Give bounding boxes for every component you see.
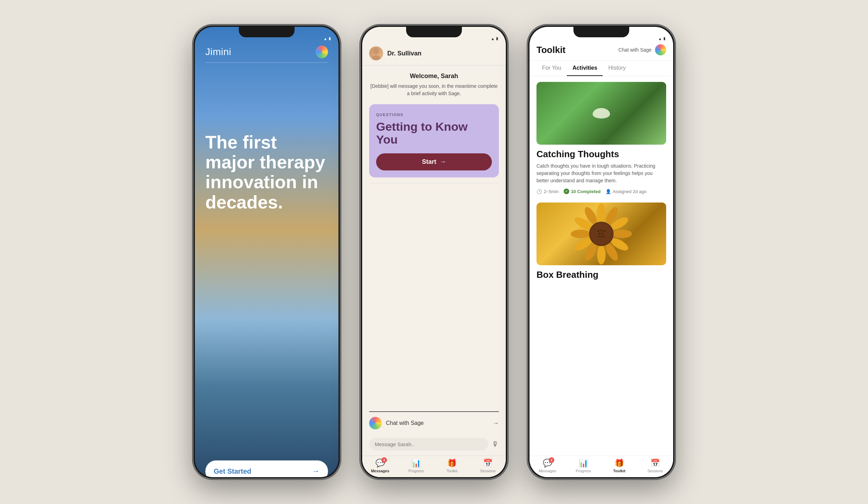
toolkit-icon: 🎁 <box>447 459 457 468</box>
toolkit-nav-label: Toolkit <box>447 469 457 473</box>
svg-point-22 <box>600 236 602 238</box>
catching-thoughts-desc: Catch thoughts you have in tough situati… <box>536 162 666 184</box>
progress-nav-label-3: Progress <box>576 469 591 473</box>
phone3-content: Toolkit Chat with Sage For You Activitie… <box>530 42 673 477</box>
doctor-avatar <box>369 46 383 60</box>
catching-thoughts-meta: 🕐 2–5min ✓ 10 Completed 👤 Assigned 2d ag… <box>536 189 666 194</box>
toolkit-nav-label-3: Toolkit <box>613 469 625 473</box>
messages-icon: 💬 2 <box>375 459 385 468</box>
svg-point-0 <box>373 48 379 54</box>
nav-sessions-3[interactable]: 📅 Sessions <box>637 459 673 473</box>
svg-point-1 <box>372 55 380 60</box>
phone3-tabs: For You Activities History <box>530 61 673 76</box>
time-meta: 🕐 2–5min <box>536 189 559 194</box>
chat-sage-header[interactable]: Chat with Sage <box>618 47 652 53</box>
phone2-divider <box>369 183 499 183</box>
sessions-nav-label: Sessions <box>480 469 496 473</box>
get-started-arrow: → <box>312 467 320 476</box>
phone-3-toolkit: ▲ ▮ Toolkit Chat with Sage For You Activ… <box>528 25 675 479</box>
progress-nav-label: Progress <box>408 469 424 473</box>
phone1-headline: The first major therapy innovation in de… <box>205 132 328 212</box>
messages-badge-3: 2 <box>549 457 554 463</box>
phone1-content: Jimini The first major therapy innovatio… <box>195 42 338 477</box>
activity-card-box-breathing[interactable]: Box Breathing <box>536 203 666 280</box>
nav-progress[interactable]: 📊 Progress <box>398 459 434 473</box>
assigned-meta: 👤 Assigned 2d ago <box>606 189 647 194</box>
nav-messages[interactable]: 💬 2 Messages <box>362 459 398 473</box>
bottom-nav-2: 💬 2 Messages 📊 Progress 🎁 Toolkit 📅 Sess… <box>362 456 506 477</box>
nav-toolkit[interactable]: 🎁 Toolkit <box>434 459 470 473</box>
box-breathing-name: Box Breathing <box>536 269 666 280</box>
get-started-button[interactable]: Get Started → <box>205 460 328 477</box>
svg-point-8 <box>597 245 606 265</box>
svg-point-21 <box>597 236 600 238</box>
phone1-divider <box>205 62 328 63</box>
clock-icon: 🕐 <box>536 189 542 194</box>
phone2-content: Dr. Sullivan Welcome, Sarah [Debbie] wil… <box>362 42 506 477</box>
chat-sage-row[interactable]: Chat with Sage → <box>362 412 506 434</box>
phone3-header-right: Chat with Sage <box>618 44 666 55</box>
doctor-name: Dr. Sullivan <box>387 50 421 57</box>
time-value: 2–5min <box>544 189 559 194</box>
toolkit-title: Toolkit <box>536 45 565 55</box>
sessions-nav-label-3: Sessions <box>647 469 663 473</box>
messages-badge: 2 <box>381 457 387 463</box>
toolkit-icon-3: 🎁 <box>615 459 624 468</box>
battery-icon-3: ▮ <box>663 36 665 41</box>
microphone-icon[interactable]: 🎙 <box>492 440 499 448</box>
catching-thoughts-image <box>536 82 666 145</box>
person-icon: 👤 <box>606 189 611 194</box>
sessions-icon: 📅 <box>483 459 493 468</box>
completed-dot: ✓ <box>564 189 569 194</box>
sage-avatar-3 <box>655 44 666 55</box>
welcome-title: Welcome, Sarah <box>369 72 499 80</box>
status-icons-2: ▲ ▮ <box>491 36 498 41</box>
tab-activities[interactable]: Activities <box>567 61 603 76</box>
start-button[interactable]: Start → <box>376 153 492 170</box>
svg-point-2 <box>597 203 606 223</box>
messages-icon-3: 💬 2 <box>543 459 552 468</box>
message-input[interactable] <box>369 438 488 451</box>
start-button-label: Start <box>422 158 436 166</box>
notch-3 <box>573 27 629 37</box>
get-started-label: Get Started <box>214 467 251 475</box>
phone2-body: Welcome, Sarah [Debbie] will message you… <box>362 66 506 244</box>
status-icons-3: ▲ ▮ <box>658 36 665 41</box>
nav-toolkit-3[interactable]: 🎁 Toolkit <box>601 459 637 473</box>
chat-sage-label: Chat with Sage <box>386 420 424 426</box>
phone-1-jimini: ▲ ▮ Jimini The first major therapy innov… <box>193 25 340 479</box>
avatar-gradient <box>315 46 328 58</box>
nav-messages-3[interactable]: 💬 2 Messages <box>530 459 565 473</box>
battery-icon: ▮ <box>329 36 331 41</box>
wifi-icon-2: ▲ <box>491 37 495 41</box>
questions-label: QUESTIONS <box>376 113 492 117</box>
tab-history[interactable]: History <box>603 61 631 76</box>
notch <box>239 27 295 37</box>
message-input-row: 🎙 <box>362 434 506 456</box>
jimini-logo: Jimini <box>205 46 231 58</box>
tab-for-you[interactable]: For You <box>536 61 567 76</box>
progress-icon: 📊 <box>411 459 421 468</box>
welcome-section: Welcome, Sarah [Debbie] will message you… <box>369 72 499 97</box>
progress-icon-3: 📊 <box>579 459 588 468</box>
wifi-icon-3: ▲ <box>658 37 662 41</box>
svg-point-18 <box>603 230 605 232</box>
sessions-icon-3: 📅 <box>650 459 660 468</box>
svg-point-20 <box>601 233 603 235</box>
svg-point-5 <box>612 230 632 238</box>
nav-sessions[interactable]: 📅 Sessions <box>470 459 506 473</box>
messages-nav-label: Messages <box>371 469 389 473</box>
phone-2-messages: ▲ ▮ Dr. Sullivan Welcome, Sarah [Debbie]… <box>361 25 507 479</box>
activity-card-catching-thoughts[interactable]: Catching Thoughts Catch thoughts you hav… <box>536 76 666 194</box>
catching-thoughts-name: Catching Thoughts <box>536 149 666 160</box>
chat-sage-arrow-icon: → <box>493 420 499 427</box>
svg-point-17 <box>600 229 602 231</box>
nav-progress-3[interactable]: 📊 Progress <box>565 459 601 473</box>
phone2-spacer <box>362 244 506 411</box>
sage-avatar <box>369 417 382 429</box>
svg-point-23 <box>603 236 605 238</box>
svg-point-19 <box>599 233 601 235</box>
bottom-nav-3: 💬 2 Messages 📊 Progress 🎁 Toolkit 📅 Sess… <box>530 456 673 477</box>
notch-2 <box>406 27 462 37</box>
phone3-header: Toolkit Chat with Sage <box>530 42 673 61</box>
